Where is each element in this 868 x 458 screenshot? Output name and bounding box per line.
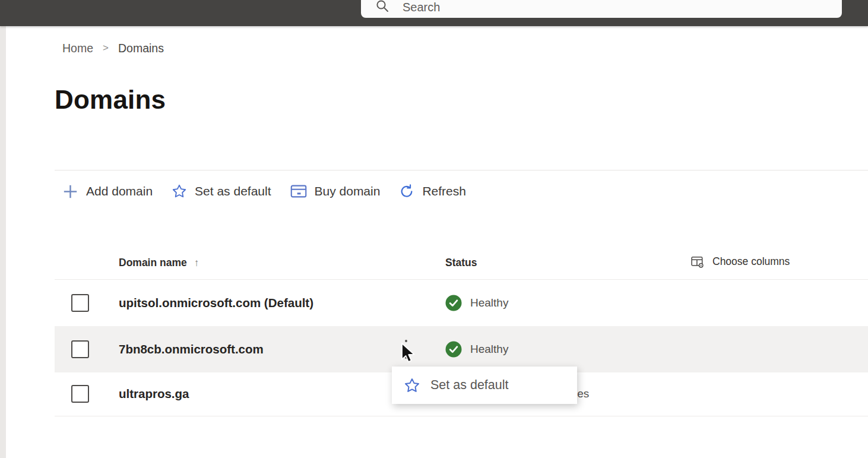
toolbar-divider [55, 170, 868, 170]
refresh-icon [399, 184, 414, 199]
search-icon [375, 0, 389, 13]
set-as-default-label: Set as default [195, 184, 271, 198]
domains-page: Search Home > Domains Domains Add domain… [0, 0, 868, 458]
buy-domain-label: Buy domain [315, 184, 381, 198]
domain-name-header-label: Domain name [119, 257, 187, 269]
choose-columns-button[interactable]: Choose columns [691, 255, 790, 268]
refresh-label: Refresh [422, 184, 466, 198]
status-label: Healthy [470, 343, 508, 356]
more-actions-button[interactable] [400, 336, 413, 362]
healthy-check-icon [445, 295, 462, 311]
refresh-button[interactable]: Refresh [399, 184, 466, 199]
card-icon [290, 184, 307, 199]
healthy-check-icon [445, 341, 462, 358]
context-menu-item-label: Set as default [430, 378, 508, 393]
search-box[interactable]: Search [361, 0, 842, 18]
breadcrumb: Home > Domains [62, 42, 164, 55]
context-menu-set-as-default[interactable]: Set as default [392, 367, 577, 404]
chevron-right-icon: > [103, 42, 109, 54]
star-icon [404, 377, 420, 394]
set-as-default-button[interactable]: Set as default [172, 184, 271, 199]
row-checkbox[interactable] [71, 385, 89, 403]
command-bar: Add domain Set as default Buy domain Ref… [62, 178, 466, 204]
choose-columns-label: Choose columns [712, 255, 790, 268]
search-placeholder: Search [403, 1, 440, 14]
status-label: Healthy [470, 296, 508, 309]
sort-ascending-icon: ↑ [194, 257, 199, 269]
table-row-upitsol[interactable]: upitsol.onmicrosoft.com (Default) Health… [55, 280, 868, 326]
breadcrumb-home-link[interactable]: Home [62, 42, 93, 55]
status-badge: Healthy [445, 295, 508, 311]
domain-name-link[interactable]: ultrapros.ga [119, 387, 189, 401]
column-header-domain-name[interactable]: Domain name ↑ [119, 257, 199, 269]
choose-columns-icon [691, 256, 704, 268]
table-header: Domain name ↑ Status Choose columns [55, 249, 868, 279]
add-domain-button[interactable]: Add domain [62, 184, 153, 200]
row-checkbox[interactable] [71, 294, 89, 312]
domain-name-link[interactable]: upitsol.onmicrosoft.com (Default) [119, 296, 313, 310]
row-context-menu: Set as default [392, 367, 577, 404]
status-badge: Healthy [445, 341, 508, 358]
plus-icon [62, 184, 78, 200]
table-bottom-divider [55, 416, 868, 416]
nav-rail-edge [0, 26, 6, 458]
domain-name-link[interactable]: 7bn8cb.onmicrosoft.com [119, 342, 264, 356]
more-vertical-icon [404, 339, 408, 360]
buy-domain-button[interactable]: Buy domain [290, 184, 381, 199]
star-icon [172, 184, 187, 199]
topbar: Search [0, 0, 868, 26]
page-title: Domains [55, 85, 166, 115]
table-row-7bn8cb[interactable]: 7bn8cb.onmicrosoft.com Healthy [55, 326, 868, 372]
column-header-status[interactable]: Status [445, 257, 477, 269]
add-domain-label: Add domain [86, 184, 153, 198]
breadcrumb-current: Domains [118, 42, 164, 55]
row-checkbox[interactable] [71, 340, 89, 358]
